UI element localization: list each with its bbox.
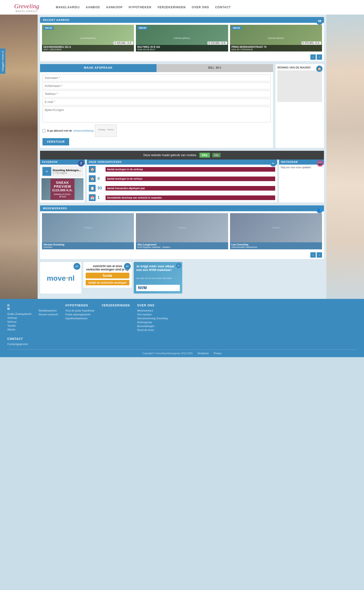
fb-page-name: Greveling Adviesgro... [53, 169, 81, 172]
verkoop-item-3: 📅 1 Gemiddelde doorloop van verkochi in … [87, 193, 277, 202]
house-icon-1: 🏠 [89, 175, 96, 182]
nav-hypotheken[interactable]: HYPOTHEKEN [129, 6, 151, 9]
nvm-logo-box: NVM [136, 285, 180, 291]
nvm-sub: Ga naar nvm.nl voor meer informatie [136, 277, 180, 279]
badge-nieuw-3: NIEUW [232, 26, 242, 30]
prop-info-1: EESVEENSEWEG 151 A 8347 LJEESVEEN [42, 45, 134, 51]
footer-verzekeringen-header: VERZEKERINGEN [102, 304, 130, 307]
verkoop-label-3: Gemiddelde doorloop van verkochi in maan… [106, 195, 275, 200]
cookie-ok-button[interactable]: Oke [199, 153, 210, 158]
carousel-controls: ‹ › [40, 53, 324, 61]
recaptcha: Privacy - Terms [95, 125, 117, 137]
banner-funda[interactable]: ✏ overzicht van al onze verkochte woning… [83, 262, 132, 288]
footer-link-verkoop[interactable]: Verkoop [7, 316, 32, 319]
recent-aanbod-header: RECENT AANBOD [40, 17, 324, 23]
submit-button[interactable]: VERSTUUR [42, 138, 69, 145]
carousel-prev[interactable]: ‹ [310, 54, 316, 60]
logo-text[interactable]: Greveling [14, 2, 39, 10]
footer-col-overons: OVER ONS Medewerkers Ons kantoor Dienstv… [137, 304, 168, 332]
footer-link-verhuur[interactable]: Verhuur [7, 320, 32, 323]
carousel-next[interactable]: › [317, 54, 322, 60]
footer-link-bedrijfsaanbod[interactable]: Bedrijfsaanbod [39, 309, 58, 312]
medewerker-2[interactable]: [ Photo ] Lars Greveling Administratief … [230, 213, 322, 249]
logo-area: Greveling MAKELAARDIJ [5, 2, 49, 13]
footer-link-adviseur[interactable]: hypotheekadviseur [65, 317, 94, 320]
footer-disclaimer[interactable]: Disclaimer [198, 352, 209, 355]
footer-link-advies[interactable]: Advies [7, 328, 32, 331]
recent-aanbod-section: RECENT AANBOD 🗺 [ Aerial photo ] NIEUW €… [40, 17, 324, 61]
fb-avatar: G [42, 167, 51, 176]
edit-icon-move: ✏ [74, 263, 80, 270]
medewerkers-prev[interactable]: ‹ [310, 252, 316, 258]
verkoop-items: 🏠 Aantal woningen in de verkoop 🏠 0 Aant… [87, 165, 277, 202]
footer-link-beoordelingen[interactable]: Beoordelingen [137, 325, 168, 328]
woning-maand-img [277, 70, 322, 102]
nav-overons[interactable]: OVER ONS [192, 6, 209, 9]
footer-link-hypotheek[interactable]: Vind de juiste hypotheek [65, 309, 94, 312]
funda-text: overzicht van al onze verkochte woningen… [86, 264, 129, 271]
privacy-checkbox[interactable] [42, 129, 46, 132]
facebook-content: G Greveling Adviesgro... 1.739 volgers S… [40, 165, 85, 202]
footer-link-taxatie[interactable]: Taxatie [7, 324, 32, 327]
sneak-address: Bultweg 25 B162, de Bult [52, 193, 73, 198]
footer-link-medewerkers[interactable]: Medewerkers [137, 309, 168, 312]
field-telefoon[interactable] [42, 91, 271, 97]
nav-aanbod[interactable]: AANBOD [86, 6, 100, 9]
footer-col-verzekeringen: VERZEKERINGEN [102, 304, 130, 332]
footer-overons-header: OVER ONS [137, 304, 168, 307]
sneak-preview-card[interactable]: SNEAKPREVIEW €115.000 K.K. Bultweg 25 B1… [41, 178, 83, 200]
footer-col-hypotheken: HYPOTHEKEN Vind de juiste hypotheek Grat… [65, 304, 94, 332]
instagram-icon: 📷 [317, 160, 323, 167]
cookie-bar: Deze website maakt gebruik van cookies. … [40, 151, 324, 160]
privacy-link[interactable]: privacyverklaring [74, 129, 94, 132]
footer-link-contact[interactable]: Contactgegevens [7, 343, 357, 346]
footer-link-adviesgroep[interactable]: Adviesgroep [137, 321, 168, 324]
banner-nvm[interactable]: ✏ Je krijgt méér voor elkaar met een NVM… [134, 262, 182, 294]
logo-sub: MAKELAARDIJ [14, 10, 39, 13]
main-nav: MAKELAARDIJ AANBOD AANKOOP HYPOTHEKEN VE… [56, 6, 231, 9]
tab-afspraak[interactable]: MAAK AFSPRAAK [40, 64, 157, 72]
footer-link-dienstverlening[interactable]: Dienstverlening Greveling [137, 317, 168, 320]
field-opmerkingen[interactable] [42, 107, 271, 122]
verkoop-label-2: Aantal transacties afgelopen jaar [106, 186, 275, 191]
banners-row: ✏ move·nl ✏ overzicht van al onze verkoc… [40, 262, 324, 294]
footer-link-adviesgesprek[interactable]: Gratis adviesgesprek [65, 313, 94, 316]
medewerkers-next[interactable]: › [317, 252, 322, 258]
medewerker-1[interactable]: [ Photo ] Alex Langevoort NVM Register m… [136, 213, 228, 249]
footer-privacy[interactable]: Privacy [214, 352, 222, 355]
form-container: MAAK AFSPRAAK BEL MIJ Ik ga akkoord met … [40, 64, 273, 148]
verkoop-num-2: 93 [98, 186, 104, 190]
footer-link-toren[interactable]: Rond de toren [137, 329, 168, 331]
footer-hypotheken-header: HYPOTHEKEN [65, 304, 94, 307]
fb-page-row[interactable]: G Greveling Adviesgro... 1.739 volgers [41, 166, 83, 177]
sneak-img: SNEAKPREVIEW €115.000 K.K. Bultweg 25 B1… [41, 178, 83, 200]
verkoop-item-2: 📋 93 Aantal transacties afgelopen jaar [87, 184, 277, 193]
field-voornaam[interactable] [42, 75, 271, 81]
medewerker-info-1: Alex Langevoort NVM Register makelaar - … [136, 242, 228, 249]
property-card-2[interactable]: [ House photo ] NIEUW € 115.000,- K.K. B… [136, 25, 228, 51]
nav-contact[interactable]: CONTACT [215, 6, 231, 9]
badge-nieuw-2: NIEUW [137, 26, 148, 30]
field-email[interactable] [42, 99, 271, 105]
nav-aankoop[interactable]: AANKOOP [106, 6, 123, 9]
footer-link-recent-verkocht[interactable]: Recent verkocht [39, 313, 58, 316]
nav-verzekeringen[interactable]: VERZEKERINGEN [157, 6, 186, 9]
header: Greveling MAKELAARDIJ MAKELAARDIJ AANBOD… [0, 0, 364, 15]
field-achternaam[interactable] [42, 83, 271, 89]
verkoop-item-1: 🏠 0 Aantal woningen in de verhuur [87, 174, 277, 184]
property-cards: [ Aerial photo ] NIEUW € 425.000,- K.K. … [40, 23, 324, 53]
tab-bel[interactable]: BEL MIJ [157, 64, 273, 72]
instagram-content: Volg ons voor onze updates! [279, 165, 324, 170]
banner-move[interactable]: ✏ move·nl [40, 262, 81, 294]
footer-link-kantoor[interactable]: Ons kantoor [137, 313, 168, 316]
funda-button[interactable]: bekijk de verkochte woningen [86, 280, 129, 285]
sneak-title: SNEAKPREVIEW [52, 181, 73, 188]
house-icon-0: 🏠 [89, 166, 96, 173]
footer-link-zoekopdracht[interactable]: Gratis Zoekopdracht [7, 312, 32, 315]
property-card-1[interactable]: [ Aerial photo ] NIEUW € 425.000,- K.K. … [42, 25, 134, 51]
medewerker-0[interactable]: [ Photo ] Herman Greveling Directeur [42, 213, 134, 249]
sidebar-login[interactable]: Inloggen move.nl [0, 49, 5, 74]
cookie-info-button[interactable]: Info [212, 153, 221, 157]
property-card-3[interactable]: [ House photo ] NIEUW € 475.000,- K.K. P… [230, 25, 322, 51]
nav-makelaardij[interactable]: MAKELAARDIJ [56, 6, 80, 9]
